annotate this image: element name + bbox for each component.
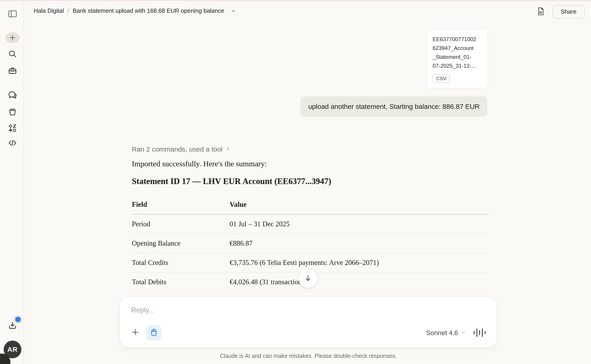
document-icon <box>537 7 545 17</box>
chevron-down-icon <box>461 329 466 337</box>
table-row: Period 01 Jul – 31 Dec 2025 <box>132 214 489 234</box>
composer-right-controls: Sonnet 4.6 <box>426 325 486 341</box>
window-top-strip <box>0 0 591 1</box>
cell-value: 01 Jul – 31 Dec 2025 <box>230 220 489 228</box>
code-icon <box>7 138 18 148</box>
connectors-button[interactable] <box>8 123 17 133</box>
breadcrumb: Hala Digital / Bank statement upload wit… <box>34 7 236 14</box>
projects-button[interactable] <box>8 107 17 117</box>
arrow-down-icon <box>303 273 313 283</box>
cell-field: Opening Balance <box>132 239 230 247</box>
scroll-to-bottom-button[interactable] <box>299 269 317 288</box>
cell-field: Period <box>132 220 230 228</box>
chats-button[interactable] <box>7 90 18 100</box>
artifact-document-button[interactable] <box>537 7 545 17</box>
search-icon <box>8 49 17 59</box>
model-label: Sonnet 4.6 <box>426 329 458 337</box>
shapes-icon <box>8 123 17 133</box>
new-chat-button[interactable] <box>5 32 20 43</box>
share-button[interactable]: Share <box>552 5 585 18</box>
cell-value: €886.87 <box>230 239 489 247</box>
reply-input[interactable] <box>131 306 482 314</box>
chevron-right-icon <box>225 145 231 153</box>
notification-dot <box>15 317 21 322</box>
breadcrumb-separator: / <box>67 7 69 14</box>
tool-summary-label: Ran 2 commands, used a tool <box>132 145 223 153</box>
assistant-intro-text: Imported successfully. Here's the summar… <box>132 160 267 168</box>
voice-input-button[interactable] <box>473 328 486 338</box>
statement-heading: Statement ID 17 — LHV EUR Account (EE637… <box>132 176 331 186</box>
sidebar-toggle-button[interactable] <box>8 10 17 18</box>
chat-bubbles-icon <box>7 90 18 100</box>
basket-icon <box>8 107 17 117</box>
cell-field: Total Credits <box>132 259 230 267</box>
tools-chip-button[interactable] <box>146 325 162 341</box>
briefcase-icon <box>8 66 17 75</box>
column-header-field: Field <box>132 200 230 208</box>
file-type-badge: CSV <box>433 74 450 83</box>
attachment-filename: EE637700771002 623947_Account _Statement… <box>433 35 482 70</box>
attach-button[interactable] <box>131 328 140 338</box>
download-icon <box>7 320 18 330</box>
plus-icon <box>5 32 20 43</box>
reply-composer[interactable]: Sonnet 4.6 <box>119 297 497 347</box>
toolbox-button[interactable] <box>8 66 17 75</box>
basket-blue-icon <box>149 328 158 338</box>
cell-value: €4,026.48 (31 transactions) <box>230 278 489 286</box>
downloads-button[interactable] <box>7 320 18 330</box>
breadcrumb-workspace[interactable]: Hala Digital <box>34 7 64 14</box>
search-button[interactable] <box>8 49 17 59</box>
claude-app: AR Hala Digital / Bank statement upload … <box>0 0 591 364</box>
cell-value: €3,735.76 (6 Telia Eesti payments: Arve … <box>230 259 489 267</box>
plus-icon <box>131 328 140 338</box>
user-message-bubble: upload another statement, Starting balan… <box>301 96 487 117</box>
table-row: Opening Balance €886.87 <box>132 234 489 253</box>
attachment-card[interactable]: EE637700771002 623947_Account _Statement… <box>427 30 488 88</box>
sidebar: AR <box>0 1 24 364</box>
chevron-down-icon[interactable] <box>230 8 236 14</box>
model-selector[interactable]: Sonnet 4.6 <box>426 329 466 337</box>
column-header-value: Value <box>230 200 489 208</box>
waveform-icon <box>473 328 486 338</box>
table-header-row: Field Value <box>132 197 489 214</box>
sidebar-panel-icon <box>8 10 17 18</box>
conversation-title[interactable]: Bank statement upload with 168.68 EUR op… <box>73 7 224 14</box>
code-button[interactable] <box>7 138 18 148</box>
cell-field: Total Debits <box>132 278 230 286</box>
header-actions: Share <box>537 5 585 18</box>
disclaimer-text: Claude is AI and can make mistakes. Plea… <box>119 353 497 359</box>
tool-summary-toggle[interactable]: Ran 2 commands, used a tool <box>132 145 231 153</box>
